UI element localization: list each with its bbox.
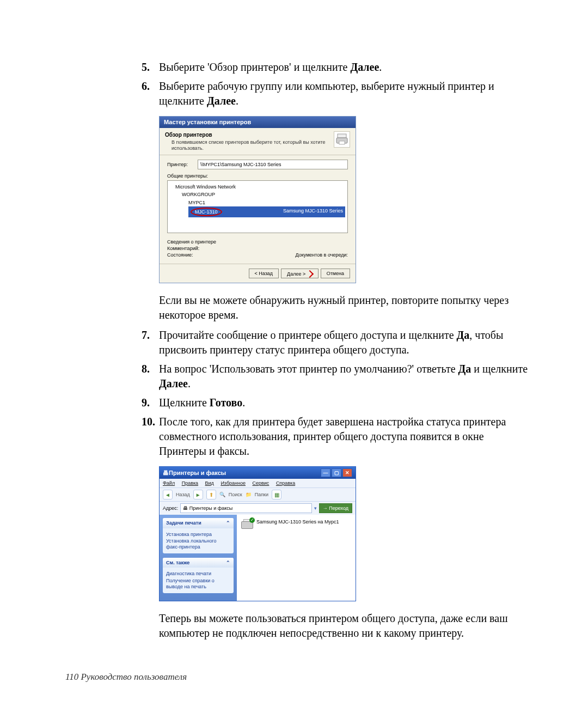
svg-rect-0 [338,134,346,138]
step-10: После того, как для принтера будет завер… [159,415,528,459]
default-checkmark-icon: ✓ [249,517,255,523]
collapse-icon[interactable]: ⌃ [226,559,230,566]
printers-window: 🖶 Принтеры и факсы ― ▢ ✕ Файл Правка Вид… [159,466,356,601]
printer-tree[interactable]: Microsoft Windows Network WORKGROUP MYPC… [167,180,348,233]
page-footer: 110 Руководство пользователя [65,672,187,682]
menu-file[interactable]: Файл [163,480,175,486]
address-input[interactable]: 🖶 Принтеры и факсы [180,503,311,513]
printer-item-icon: ✓ [241,519,253,529]
wizard-titlebar: Мастер установки принтеров [160,117,356,128]
shared-printers-label: Общие принтеры: [167,173,348,179]
minimize-button[interactable]: ― [321,468,330,477]
printer-path-label: Принтер: [167,161,198,168]
step-num: 7. [142,328,159,357]
note-text: Если вы не можете обнаружить нужный прин… [159,293,528,322]
step-num: 9. [142,395,159,410]
printer-queue-label: Документов в очереди: [296,252,348,258]
printer-status-label: Состояние: [167,252,193,258]
link-troubleshoot[interactable]: Диагностика печати [166,571,230,577]
views-button[interactable]: ▦ [272,490,281,499]
nav-back-label: Назад [176,491,190,498]
side-panel: Задачи печати⌃ Установка принтера Устано… [160,515,237,600]
close-button[interactable]: ✕ [342,468,352,477]
shared-printer-item[interactable]: ✓ Samsung MJC-1310 Series на Mypc1 [241,519,351,529]
menu-view[interactable]: Вид [205,480,214,486]
go-button[interactable]: → Переход [319,503,352,513]
tree-workgroup[interactable]: WORKGROUP [170,191,345,198]
step-7: Прочитайте сообщение о принтере общего д… [159,328,528,357]
menu-bar[interactable]: Файл Правка Вид Избранное Сервис Справка [160,479,356,487]
back-button[interactable]: < Назад [249,269,279,278]
next-button[interactable]: Далее > [281,269,318,278]
maximize-button[interactable]: ▢ [332,468,341,477]
search-icon[interactable]: 🔍 [219,491,225,498]
svg-rect-2 [339,141,345,144]
address-label: Адрес: [163,505,178,511]
step-num: 6. [142,79,159,108]
tree-network[interactable]: Microsoft Windows Network [170,183,345,191]
step-9: Щелкните Готово. [159,395,528,410]
window-printer-icon: 🖶 [163,469,169,477]
wizard-subheading: В появившемся списке принтеров выберите … [165,139,334,151]
step-6: Выберите рабочую группу или компьютер, в… [159,79,528,108]
closing-text: Теперь вы можете пользоваться принтером … [159,611,528,641]
printer-info-comment: Комментарий: [167,245,348,252]
printer-icon [334,131,350,148]
window-title: Принтеры и факсы [169,469,321,477]
collapse-icon[interactable]: ⌃ [226,520,230,526]
link-help[interactable]: Получение справки о выводе на печать [166,578,230,590]
step-8: На вопрос 'Использовать этот принтер по … [159,362,528,391]
step-num: 8. [142,362,159,391]
seealso-title: См. также [166,559,189,566]
add-printer-wizard: Мастер установки принтеров Обзор принтер… [159,116,356,283]
nav-back-button[interactable]: ◄ [163,490,173,499]
printer-item-label: Samsung MJC-1310 Series на Mypc1 [256,519,339,525]
printer-path-input[interactable]: \\MYPC1\Samsung MJC-1310 Series [198,160,348,169]
wizard-heading: Обзор принтеров [165,131,334,139]
toolbar: ◄ Назад ► ⬆ 🔍Поиск 📁Папки ▦ [160,487,356,501]
tasks-title: Задачи печати [166,520,201,526]
cancel-button[interactable]: Отмена [321,269,350,278]
menu-favorites[interactable]: Избранное [220,480,246,486]
dropdown-icon[interactable]: ▾ [314,505,317,511]
nav-up-button[interactable]: ⬆ [206,490,216,499]
menu-help[interactable]: Справка [276,480,295,486]
step-num: 5. [142,60,159,75]
highlight-ellipse-icon: MJC-1310 [191,208,222,216]
step-num: 10. [142,415,159,459]
arrow-icon [306,270,314,278]
task-add-fax[interactable]: Установка локального факс-принтера [166,538,230,550]
menu-tools[interactable]: Сервис [253,480,270,486]
task-add-printer[interactable]: Установка принтера [166,532,230,538]
step-5: Выберите 'Обзор принтеров' и щелкните Да… [159,60,528,75]
tree-pc[interactable]: MYPC1 [170,199,345,206]
tree-selected-printer[interactable]: MJC-1310 Samsung MJC-1310 Series [188,206,345,217]
menu-edit[interactable]: Правка [182,480,198,486]
nav-forward-button[interactable]: ► [193,490,203,499]
folders-icon[interactable]: 📁 [246,491,252,498]
printer-info-title: Сведения о принтере [167,239,348,245]
